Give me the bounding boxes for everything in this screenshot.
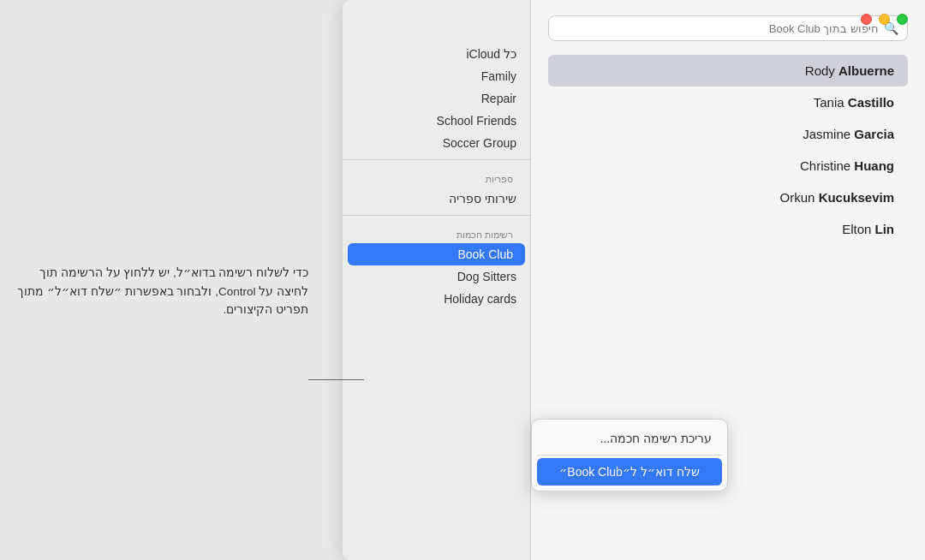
sidebar-item-icloud[interactable]: כל iCloud (343, 43, 530, 65)
sidebar-item-library-services[interactable]: שירותי ספריה (343, 188, 530, 210)
sidebar: כל iCloud Family Repair School Friends S… (343, 0, 531, 560)
sidebar-divider-1 (343, 159, 530, 160)
contact-christine-huang[interactable]: Christine Huang (548, 150, 908, 182)
contact-jasmine-garcia[interactable]: Jasmine Garcia (548, 118, 908, 150)
contacts-window: כל iCloud Family Repair School Friends S… (343, 0, 925, 560)
minimize-button[interactable] (879, 14, 890, 25)
sidebar-item-book-club[interactable]: Book Club (348, 243, 525, 265)
sidebar-item-school-friends[interactable]: School Friends (343, 110, 530, 132)
callout-divider (537, 455, 722, 456)
smart-lists-section-label: רשימות חכמות (343, 221, 530, 243)
callout-send-email[interactable]: שלח דוא״ל ל״Book Club״ (537, 458, 722, 486)
sidebar-item-holiday-cards[interactable]: Holiday cards (343, 288, 530, 310)
sidebar-item-dog-sitters[interactable]: Dog Sitters (343, 265, 530, 288)
search-input[interactable] (558, 22, 879, 35)
title-bar (861, 14, 908, 25)
search-bar[interactable]: 🔍 (548, 15, 908, 41)
context-menu: עריכת רשימה חכמה... שלח דוא״ל ל״Book Clu… (531, 419, 728, 491)
sidebar-item-soccer-group[interactable]: Soccer Group (343, 132, 530, 154)
sidebar-divider-2 (343, 215, 530, 216)
connecting-line (308, 379, 364, 380)
callout-edit-list[interactable]: עריכת רשימה חכמה... (537, 425, 722, 452)
sidebar-item-family[interactable]: Family (343, 65, 530, 87)
close-button[interactable] (861, 14, 872, 25)
contact-tania-castillo[interactable]: Tania Castillo (548, 86, 908, 118)
contact-rody-albuerne[interactable]: Rody Albuerne (548, 55, 908, 86)
instruction-panel: כדי לשלוח רשימה בדוא״ל, יש ללחוץ על הרשי… (17, 264, 308, 319)
libraries-section-label: ספריות (343, 165, 530, 188)
contact-elton-lin[interactable]: Elton Lin (548, 213, 908, 245)
sidebar-item-repair[interactable]: Repair (343, 87, 530, 110)
contact-orkun-kucuksevim[interactable]: Orkun Kucuksevim (548, 182, 908, 213)
instruction-text: כדי לשלוח רשימה בדוא״ל, יש ללחוץ על הרשי… (17, 264, 308, 319)
maximize-button[interactable] (897, 14, 908, 25)
